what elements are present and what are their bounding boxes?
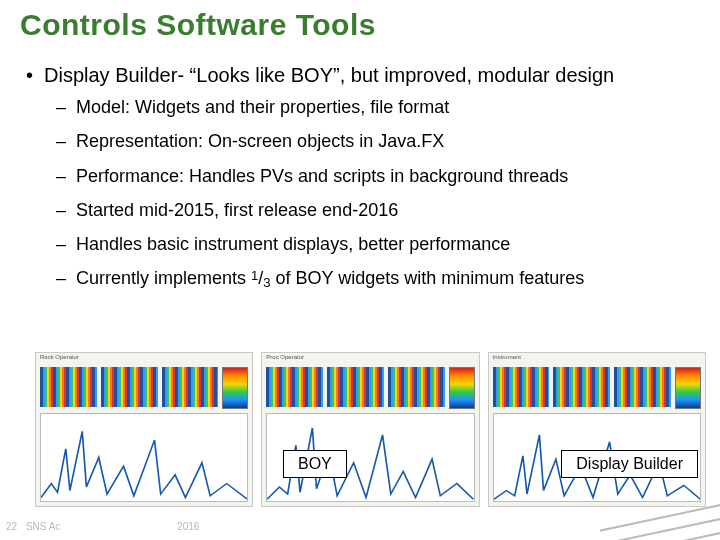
spectrogram <box>493 367 671 407</box>
label-display-builder: Display Builder <box>561 450 698 478</box>
sub-bullet-text: of BOY widgets with minimum features <box>271 268 585 288</box>
footer-text: SNS Ac <box>26 521 60 532</box>
screenshot-display-builder: Instrument <box>488 352 706 507</box>
bullet-main: Display Builder- “Looks like BOY”, but i… <box>26 62 706 89</box>
sub-bullet: Handles basic instrument displays, bette… <box>56 232 706 256</box>
fraction-denominator: 3 <box>263 275 270 290</box>
sub-bullet: Model: Widgets and their properties, fil… <box>56 95 706 119</box>
fraction-numerator: 1 <box>251 268 258 283</box>
sub-bullet-text: Currently implements <box>76 268 251 288</box>
screenshot-header: Rack Operator <box>40 354 248 360</box>
colorbar <box>222 367 248 409</box>
sub-bullet-fraction: Currently implements 1/3 of BOY widgets … <box>56 266 706 292</box>
screenshot-row: Rack Operator Proc Operator Instrument <box>35 352 706 507</box>
spectrogram <box>266 367 444 407</box>
slide-body: Display Builder- “Looks like BOY”, but i… <box>26 62 706 302</box>
slide-title: Controls Software Tools <box>20 8 376 42</box>
colorbar <box>449 367 475 409</box>
screenshot-boy-1: Rack Operator <box>35 352 253 507</box>
sub-bullet: Representation: On-screen objects in Jav… <box>56 129 706 153</box>
sub-bullets: Model: Widgets and their properties, fil… <box>56 95 706 292</box>
page-number: 22 <box>6 521 17 532</box>
sub-bullet: Started mid-2015, first release end-2016 <box>56 198 706 222</box>
label-boy: BOY <box>283 450 347 478</box>
slide: Controls Software Tools Display Builder-… <box>0 0 720 540</box>
colorbar <box>675 367 701 409</box>
footer: 22 SNS Ac 2016 <box>6 521 199 532</box>
screenshot-boy-2: Proc Operator <box>261 352 479 507</box>
footer-year: 2016 <box>177 521 199 532</box>
screenshot-header: Instrument <box>493 354 701 360</box>
line-plot <box>40 413 248 502</box>
sub-bullet: Performance: Handles PVs and scripts in … <box>56 164 706 188</box>
spectrogram <box>40 367 218 407</box>
screenshot-header: Proc Operator <box>266 354 474 360</box>
